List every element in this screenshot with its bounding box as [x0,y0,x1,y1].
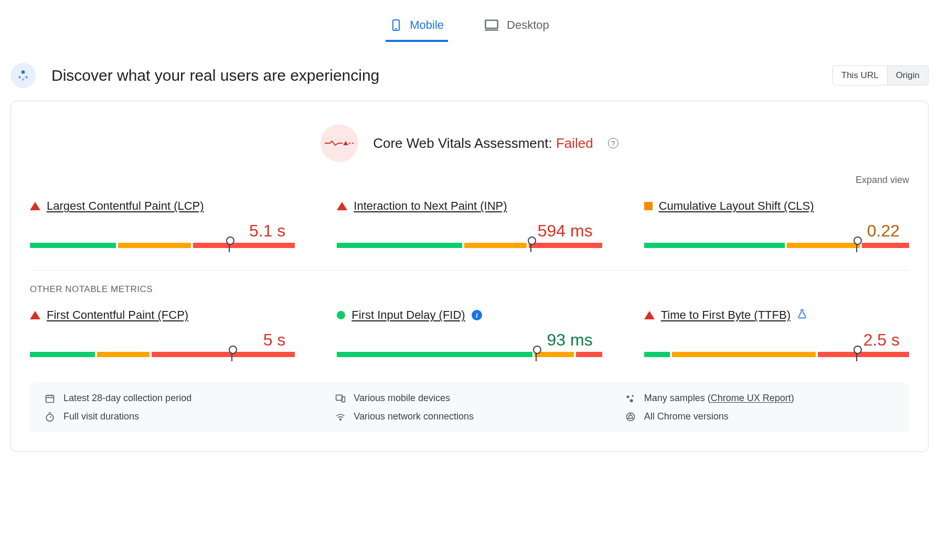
footer-networks: Various network connections [335,411,604,422]
percentile-marker [536,349,537,361]
core-metrics-grid: Largest Contentful Paint (LCP) 5.1 s Int… [30,199,909,248]
footer-period: Latest 28-day collection period [45,393,314,404]
footer-devices: Various mobile devices [335,393,604,404]
metric-name-link[interactable]: First Contentful Paint (FCP) [47,308,188,322]
metric-ttfb: Time to First Byte (TTFB) 2.5 s [644,308,909,357]
svg-point-4 [22,70,25,74]
metric-value: 93 ms [337,330,602,350]
metric-name-link[interactable]: Interaction to Next Paint (INP) [354,199,507,213]
metric-inp: Interaction to Next Paint (INP) 594 ms [337,199,602,248]
tab-mobile[interactable]: Mobile [386,10,448,42]
metric-fcp: First Contentful Paint (FCP) 5 s [30,308,295,357]
metric-value: 594 ms [337,221,602,241]
svg-point-18 [629,399,633,402]
percentile-marker [856,240,857,252]
scope-this-url[interactable]: This URL [833,66,887,85]
status-poor-icon [30,311,40,319]
metric-value: 5 s [30,330,295,350]
metric-name-link[interactable]: Largest Contentful Paint (LCP) [47,199,204,213]
svg-point-5 [18,76,20,78]
percentile-marker [231,349,232,361]
svg-line-27 [627,417,629,419]
footer-durations: Full visit durations [45,411,314,422]
mobile-icon [390,18,402,33]
status-poor-icon [30,202,40,210]
scope-origin[interactable]: Origin [887,66,928,85]
assessment-status: Failed [556,135,593,151]
metric-distribution-bar [644,243,909,248]
assessment-prefix: Core Web Vitals Assessment: [373,135,556,151]
calendar-icon [45,393,56,404]
scope-toggle: This URL Origin [833,66,929,85]
metric-value: 2.5 s [644,330,909,350]
metric-name-link[interactable]: Time to First Byte (TTFB) [661,308,791,322]
device-tabs: Mobile Desktop [10,0,929,42]
assessment-fail-icon [321,124,358,162]
tab-desktop[interactable]: Desktop [479,10,553,42]
stopwatch-icon [45,412,56,422]
status-ni-icon [644,202,653,210]
cwv-assessment: Core Web Vitals Assessment: Failed ? [30,124,909,162]
metric-distribution-bar [644,352,909,357]
status-poor-icon [337,202,347,210]
page-title: Discover what your real users are experi… [51,67,833,84]
svg-point-17 [632,395,634,397]
divider [30,270,909,271]
svg-marker-8 [343,141,348,145]
network-icon [335,412,346,422]
assessment-text: Core Web Vitals Assessment: Failed [373,135,593,152]
svg-point-22 [340,418,342,420]
metric-fid: First Input Delay (FID) i 93 ms [337,308,602,357]
metric-cls: Cumulative Layout Shift (CLS) 0.22 [644,199,909,248]
svg-rect-10 [46,395,54,402]
svg-line-20 [50,416,51,418]
metric-value: 0.22 [644,221,909,241]
metric-name-link[interactable]: First Input Delay (FID) [351,308,465,322]
chrome-icon [625,412,637,422]
svg-point-16 [626,395,629,398]
svg-line-26 [632,417,633,419]
desktop-icon [484,18,499,33]
metric-distribution-bar [30,243,295,248]
metric-lcp: Largest Contentful Paint (LCP) 5.1 s [30,199,295,248]
percentile-marker [229,240,230,252]
svg-rect-14 [336,395,343,400]
svg-rect-2 [485,20,497,28]
tab-label: Desktop [507,18,549,32]
percentile-marker [856,349,857,361]
tab-label: Mobile [410,18,444,32]
field-data-card: Core Web Vitals Assessment: Failed ? Exp… [10,101,929,452]
crux-report-link[interactable]: Chrome UX Report [711,393,791,403]
help-icon[interactable]: ? [608,138,618,148]
metric-distribution-bar [337,352,602,357]
metric-value: 5.1 s [30,221,295,241]
footer-versions: All Chrome versions [625,411,894,422]
footer-samples: Many samples (Chrome UX Report) [625,393,894,404]
samples-icon [625,393,637,404]
flask-icon [797,308,807,322]
metric-name-link[interactable]: Cumulative Layout Shift (CLS) [659,199,814,213]
status-poor-icon [644,311,655,319]
expand-view-link[interactable]: Expand view [856,175,909,185]
svg-point-6 [25,76,27,78]
field-data-icon [10,63,36,88]
other-metrics-label: Other notable metrics [30,284,909,295]
metric-distribution-bar [30,352,295,357]
info-icon[interactable]: i [472,310,482,320]
percentile-marker [530,240,531,252]
devices-icon [335,393,346,404]
other-metrics-grid: First Contentful Paint (FCP) 5 s First I… [30,308,909,357]
status-good-icon [337,311,345,319]
data-source-footer: Latest 28-day collection period Various … [30,382,909,433]
svg-point-7 [22,78,24,80]
metric-distribution-bar [337,243,602,248]
